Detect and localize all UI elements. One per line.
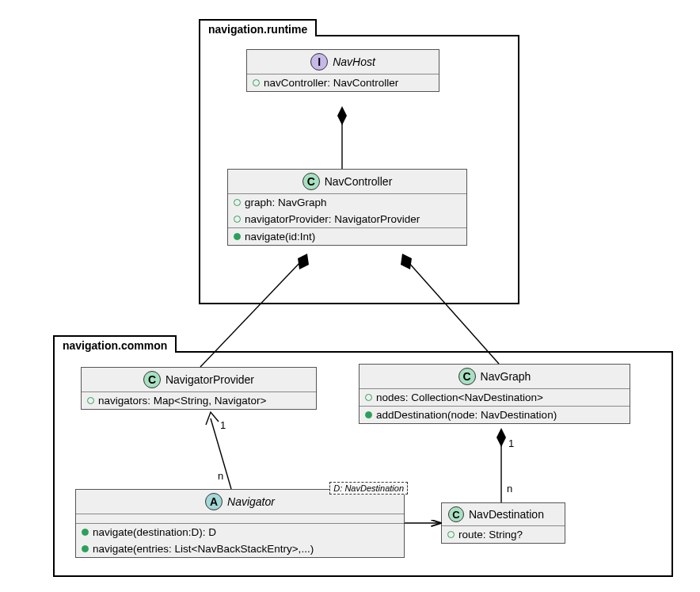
class-name: NavDestination	[469, 508, 544, 521]
class-badge-icon: C	[448, 506, 464, 522]
op-row: navigate(id:Int)	[228, 228, 466, 245]
op-row: navigate(entries: List<NavBackStackEntry…	[76, 540, 404, 557]
op-text: addDestination(node: NavDestination)	[376, 409, 557, 421]
attrs-section-empty	[76, 514, 404, 524]
class-header-navcontroller: C NavController	[228, 170, 466, 194]
ops-section: navigate(destination:D): D navigate(entr…	[76, 524, 404, 557]
mult-label: n	[507, 483, 512, 495]
visibility-public-icon	[253, 79, 260, 86]
attr-row: navigators: Map<String, Navigator>	[82, 392, 316, 409]
class-badge-icon: C	[302, 173, 320, 190]
attrs-section: route: String?	[442, 526, 565, 543]
visibility-public-method-icon	[234, 233, 241, 240]
attrs-section: navigators: Map<String, Navigator>	[82, 392, 316, 409]
visibility-public-icon	[87, 397, 94, 404]
class-navigator: D: NavDestination A Navigator navigate(d…	[75, 489, 405, 558]
package-tab-common: navigation.common	[53, 335, 177, 353]
visibility-public-icon	[234, 199, 241, 206]
attr-text: navigators: Map<String, Navigator>	[98, 395, 266, 407]
class-name: NavController	[325, 175, 393, 188]
class-header-navhost: I NavHost	[247, 50, 439, 74]
attrs-section: graph: NavGraph navigatorProvider: Navig…	[228, 194, 466, 228]
attrs-section: navController: NavController	[247, 74, 439, 91]
package-name: navigation.runtime	[208, 23, 307, 36]
op-text: navigate(entries: List<NavBackStackEntry…	[93, 543, 314, 555]
class-name: NavHost	[333, 55, 375, 68]
class-header-navdestination: C NavDestination	[442, 503, 565, 526]
ops-section: navigate(id:Int)	[228, 228, 466, 245]
attr-row: nodes: Collection<NavDestination>	[360, 389, 630, 406]
attr-row: navigatorProvider: NavigatorProvider	[228, 211, 466, 227]
class-badge-icon: C	[458, 368, 476, 385]
op-text: navigate(id:Int)	[245, 231, 315, 243]
visibility-public-icon	[234, 216, 241, 223]
attr-row: navController: NavController	[247, 74, 439, 91]
attr-text: graph: NavGraph	[245, 197, 327, 208]
class-header-navgraph: C NavGraph	[360, 365, 630, 389]
op-row: navigate(destination:D): D	[76, 524, 404, 540]
attr-text: nodes: Collection<NavDestination>	[376, 391, 543, 403]
class-name: NavigatorProvider	[165, 373, 254, 386]
template-param: D: NavDestination	[329, 482, 408, 495]
class-navigatorprovider: C NavigatorProvider navigators: Map<Stri…	[81, 367, 317, 410]
visibility-public-method-icon	[365, 411, 372, 418]
abstract-badge-icon: A	[205, 493, 223, 510]
attr-text: navController: NavController	[264, 77, 398, 89]
class-name: NavGraph	[481, 370, 531, 383]
attrs-section: nodes: Collection<NavDestination>	[360, 389, 630, 407]
visibility-public-icon	[365, 394, 372, 401]
attr-text: navigatorProvider: NavigatorProvider	[245, 213, 420, 225]
op-row: addDestination(node: NavDestination)	[360, 407, 630, 423]
class-badge-icon: C	[143, 371, 161, 388]
class-navhost: I NavHost navController: NavController	[246, 49, 439, 92]
class-navgraph: C NavGraph nodes: Collection<NavDestinat…	[359, 364, 630, 424]
package-tab-runtime: navigation.runtime	[199, 19, 317, 36]
attr-text: route: String?	[458, 529, 523, 540]
class-header-navigatorprovider: C NavigatorProvider	[82, 368, 316, 392]
ops-section: addDestination(node: NavDestination)	[360, 407, 630, 423]
class-navcontroller: C NavController graph: NavGraph navigato…	[227, 169, 467, 246]
visibility-public-method-icon	[82, 529, 89, 536]
mult-label: 1	[220, 419, 226, 431]
visibility-public-method-icon	[82, 545, 89, 552]
interface-badge-icon: I	[310, 53, 328, 71]
attr-row: route: String?	[442, 526, 565, 543]
mult-label: n	[218, 470, 223, 482]
attr-row: graph: NavGraph	[228, 194, 466, 211]
class-navdestination: C NavDestination route: String?	[441, 502, 565, 544]
visibility-public-icon	[447, 531, 455, 538]
package-name: navigation.common	[63, 339, 167, 352]
op-text: navigate(destination:D): D	[93, 526, 216, 538]
mult-label: 1	[508, 437, 514, 449]
class-name: Navigator	[227, 495, 275, 508]
